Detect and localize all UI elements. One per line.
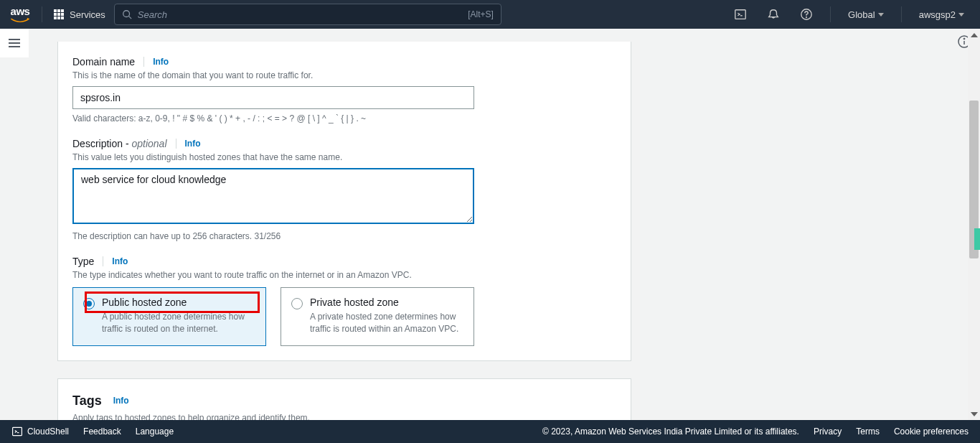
svg-point-5: [806, 17, 806, 17]
notifications-icon-button[interactable]: [761, 2, 786, 27]
caret-down-icon: [958, 13, 964, 17]
help-icon-button[interactable]: [794, 2, 819, 27]
account-label: awsgsp2: [919, 9, 956, 20]
top-nav: aws Services [Alt+S] Global awsgsp2: [0, 0, 980, 29]
aws-logo[interactable]: aws: [10, 5, 30, 24]
caret-down-icon: [878, 13, 884, 17]
account-menu[interactable]: awsgsp2: [913, 9, 970, 20]
search-bar[interactable]: [Alt+S]: [114, 4, 501, 25]
region-label: Global: [848, 9, 875, 20]
services-menu[interactable]: Services: [54, 9, 105, 20]
services-label: Services: [70, 9, 105, 20]
search-icon: [122, 9, 132, 19]
search-shortcut: [Alt+S]: [468, 9, 494, 19]
cloudshell-icon-button[interactable]: [728, 2, 753, 27]
region-selector[interactable]: Global: [842, 9, 890, 20]
svg-line-1: [128, 17, 131, 19]
search-input[interactable]: [138, 9, 468, 20]
grid-icon: [54, 9, 64, 19]
svg-point-0: [123, 11, 130, 17]
